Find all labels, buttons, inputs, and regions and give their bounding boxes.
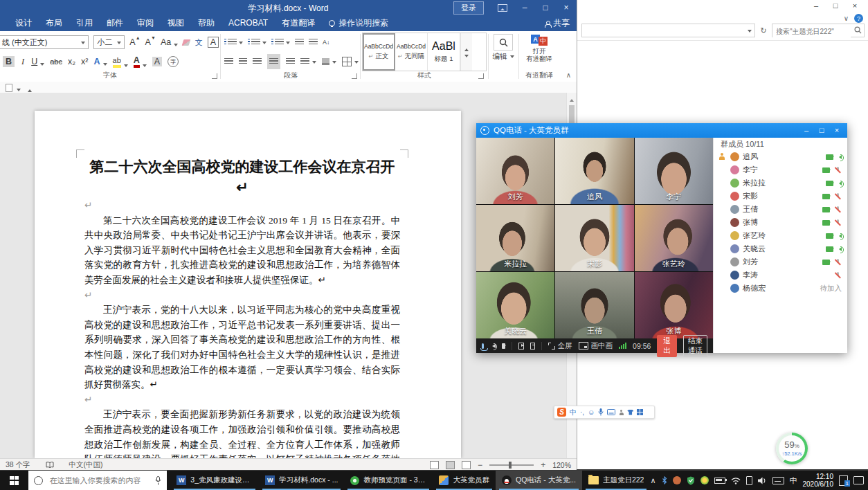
restore-button[interactable]: □ [826, 1, 845, 10]
enclose-characters-button[interactable]: 字 [168, 56, 179, 67]
close-button[interactable]: × [829, 123, 844, 138]
font-name-combo[interactable]: 线 (中文正文) [0, 35, 89, 49]
tab-design[interactable]: 设计 [8, 15, 39, 31]
camera-on-icon[interactable] [822, 194, 830, 199]
taskbar-app-word2[interactable]: W学习材料.docx - ... [259, 471, 344, 490]
zoom-in-button[interactable]: + [541, 460, 545, 470]
align-left-icon[interactable] [224, 58, 233, 65]
find-button[interactable] [494, 34, 513, 51]
member-row[interactable]: 刘芳 [714, 255, 847, 269]
punctuation-icon[interactable]: ·, [580, 406, 584, 418]
font-dialog-launcher-icon[interactable] [212, 73, 217, 79]
sogou-logo-icon[interactable]: S [557, 408, 566, 417]
bluetooth-icon[interactable] [662, 476, 667, 484]
mic-muted-icon[interactable] [833, 271, 842, 279]
emoji-icon[interactable]: ☺ [588, 406, 595, 418]
decrease-indent-icon[interactable] [295, 39, 304, 46]
minimize-button[interactable]: – [806, 1, 826, 10]
tell-me-search[interactable]: 操作说明搜索 [329, 17, 388, 29]
style-heading1[interactable]: AaBl 标题 1 [428, 33, 460, 71]
member-row[interactable]: 杨德宏 待加入 [714, 282, 847, 295]
read-mode-icon[interactable] [430, 461, 439, 469]
tray-expand-icon[interactable]: ∧ [650, 476, 655, 485]
tab-mailings[interactable]: 邮件 [100, 15, 130, 31]
camera-on-icon[interactable] [822, 260, 830, 265]
video-tile[interactable]: 关晓云 [476, 272, 554, 338]
style-no-spacing[interactable]: AaBbCcDd ↵ 无间隔 [395, 33, 428, 71]
accelerator-tray-icon[interactable] [700, 476, 709, 484]
line-spacing-icon[interactable] [300, 58, 309, 65]
action-center-icon[interactable] [853, 476, 864, 484]
tab-review[interactable]: 审阅 [130, 15, 161, 31]
character-shading-button[interactable]: A [152, 57, 162, 66]
help-icon[interactable]: ? [854, 14, 863, 23]
member-row[interactable]: 王倩 [714, 203, 847, 216]
phonetic-guide-button[interactable]: 文 [195, 37, 203, 47]
speaker-on-icon[interactable] [837, 234, 842, 238]
tab-layout[interactable]: 布局 [39, 15, 69, 31]
print-layout-icon[interactable] [446, 461, 455, 469]
camera-on-icon[interactable] [822, 220, 830, 226]
soft-keyboard-icon[interactable] [607, 409, 615, 415]
tab-references[interactable]: 引用 [69, 15, 100, 31]
change-case-button[interactable]: Aa [161, 37, 178, 47]
superscript-button[interactable]: x² [81, 57, 88, 66]
character-border-button[interactable]: A [208, 37, 219, 48]
camera-icon[interactable] [502, 343, 506, 349]
underline-button[interactable]: U [31, 57, 44, 66]
grow-font-button[interactable]: A▲ [129, 37, 140, 47]
multilevel-list-icon[interactable] [275, 39, 284, 46]
video-tile[interactable]: 宋影 [555, 205, 633, 271]
video-tile[interactable]: 刘芳 [476, 138, 554, 204]
video-tile[interactable]: 追风 [555, 138, 633, 204]
page-tool-icon[interactable] [6, 84, 12, 92]
volume-icon[interactable] [758, 477, 767, 484]
security-shield-icon[interactable] [687, 476, 695, 485]
skin-icon[interactable] [627, 410, 633, 415]
taskbar-app-folder[interactable]: 主题党日222 [582, 471, 651, 490]
toolbox-grid-icon[interactable] [637, 409, 643, 415]
sort-icon[interactable]: A↓ [323, 39, 330, 46]
camera-on-icon[interactable] [826, 154, 833, 160]
highlight-color-button[interactable]: ab [113, 55, 128, 68]
open-youdao-button[interactable]: A中 打开有道翻译 [520, 35, 559, 62]
language-indicator[interactable]: 中文(中国) [69, 460, 103, 470]
document-page[interactable]: 第二十六次全国高校党的建设工作会议在京召开↵ ↵ 第二十六次全国高校党的建设工作… [35, 111, 461, 458]
font-size-combo[interactable]: 小二 [93, 35, 125, 49]
tab-view[interactable]: 视图 [161, 15, 191, 31]
wifi-icon[interactable] [731, 477, 741, 484]
chevron-up-icon[interactable] [28, 87, 32, 92]
video-tile[interactable]: 王倩 [555, 272, 633, 338]
increase-indent-icon[interactable] [309, 39, 318, 46]
speaker-on-icon[interactable] [837, 247, 842, 251]
paragraph-dialog-launcher-icon[interactable] [352, 73, 357, 79]
microphone-icon[interactable] [482, 343, 484, 349]
member-row[interactable]: 追风 [714, 150, 847, 163]
mic-muted-icon[interactable] [833, 166, 842, 174]
video-tile[interactable]: 张博 [635, 272, 713, 338]
video-tile[interactable]: 张艺玲 [635, 205, 713, 271]
camera-on-icon[interactable] [826, 233, 833, 239]
taskbar-app-word1[interactable]: W3_党风廉政建设相... [170, 471, 259, 490]
bold-button[interactable]: B [3, 56, 15, 67]
mic-muted-icon[interactable] [833, 219, 842, 226]
web-layout-icon[interactable] [462, 461, 471, 469]
ime-mode-chinese[interactable]: 中 [570, 406, 577, 418]
clock[interactable]: 12:102020/6/10 [803, 473, 834, 488]
italic-button[interactable]: I [20, 57, 26, 66]
borders-icon[interactable] [342, 57, 352, 66]
justify-icon[interactable] [267, 54, 280, 69]
shrink-font-button[interactable]: A▼ [145, 37, 156, 47]
whiteboard-icon[interactable] [530, 343, 536, 350]
editing-label[interactable]: 编辑 [489, 52, 517, 62]
qq-tray-icon[interactable] [673, 476, 681, 484]
minimize-button[interactable]: – [514, 0, 535, 15]
align-center-icon[interactable] [239, 58, 248, 65]
taskbar-app-qq-call[interactable]: QQ电话 - 大英党... [496, 471, 582, 490]
zoom-slider-thumb[interactable] [509, 462, 512, 469]
collapse-ribbon-icon[interactable]: ∧ [566, 71, 571, 79]
accelerator-ball[interactable]: 59% ↑52.1K/s [776, 433, 808, 464]
profile-icon[interactable] [619, 410, 624, 415]
maximize-button[interactable]: □ [535, 0, 556, 15]
taskbar-app-browser[interactable]: 教师预览页面 - 36... [344, 471, 433, 490]
